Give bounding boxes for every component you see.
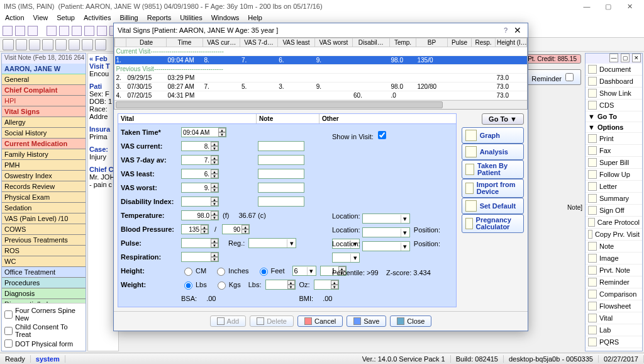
option-care-protocol[interactable]: Care Protocol	[586, 217, 642, 229]
note-field[interactable]	[258, 141, 304, 151]
vas-worst-input[interactable]	[182, 184, 211, 192]
toolbar-icon[interactable]	[97, 26, 107, 36]
menu-help[interactable]: Help	[248, 14, 262, 23]
add-button[interactable]: Add	[210, 316, 247, 327]
nav-vital-signs[interactable]: Vital Signs	[2, 106, 86, 117]
nav-family-history[interactable]: Family History	[2, 149, 86, 160]
grid-header[interactable]: VAS 7-d…	[240, 38, 277, 47]
bp-location-select[interactable]: ▾	[362, 227, 410, 237]
menu-utilities[interactable]: Utilities	[180, 14, 202, 23]
menu-activities[interactable]: Activities	[84, 14, 111, 23]
option-lab[interactable]: Lab	[586, 324, 642, 336]
option-sign-off[interactable]: Sign Off	[586, 205, 642, 217]
grid-row[interactable]: 2.09/29/1503:29 PM73.0	[115, 74, 527, 82]
option-fax[interactable]: Fax	[586, 145, 642, 157]
side-graph-button[interactable]: Graph	[462, 127, 524, 144]
pulse-reg-select[interactable]: ▾	[248, 238, 296, 248]
grid-row[interactable]: 1.09:04 AM8.7.6.9.98.0135/0	[115, 56, 527, 65]
side-set-default-button[interactable]: Set Default	[462, 198, 524, 214]
menu-view[interactable]: View	[33, 14, 48, 23]
save-button[interactable]: Save	[347, 316, 386, 327]
disability-input[interactable]	[182, 198, 211, 206]
horizontal-scrollbar[interactable]	[116, 101, 443, 108]
toolbar-icon[interactable]	[15, 26, 25, 36]
toolbar-icon[interactable]	[3, 26, 13, 36]
toolbar-icon[interactable]	[82, 39, 93, 50]
nav-office-treatment[interactable]: Office Treatment	[2, 267, 86, 278]
option-note[interactable]: Note	[586, 241, 642, 253]
option-copy-prv-visit[interactable]: Copy Prv. Visit	[586, 229, 642, 241]
grid-header[interactable]: Temp.	[390, 38, 416, 47]
vas-least-input[interactable]	[182, 170, 211, 178]
side-taken-by-patient-button[interactable]: Taken By Patient	[462, 160, 524, 179]
close-button[interactable]: Close	[390, 316, 431, 327]
toolbar-icon[interactable]	[16, 39, 27, 50]
form-check[interactable]: DOT Physical form	[4, 339, 83, 348]
window-maximize[interactable]: ▢	[597, 3, 619, 11]
grid-header[interactable]: VAS worst	[315, 38, 352, 47]
nav-oswestry-index[interactable]: Oswestry Index	[2, 171, 86, 181]
side-pregnancy-calculator-button[interactable]: Pregnancy Calculator	[462, 214, 524, 233]
nav-chief-complaint[interactable]: Chief Complaint	[2, 85, 86, 96]
pulse-position-select[interactable]: ▾	[332, 253, 360, 263]
panel-close-icon[interactable]: ✕	[632, 54, 641, 62]
option-super-bill[interactable]: Super Bill	[586, 157, 642, 169]
nav-allergy[interactable]: Allergy	[2, 117, 86, 128]
toolbar-icon[interactable]	[72, 26, 82, 36]
option-show-link[interactable]: Show Link	[586, 88, 642, 100]
nav-physical-exam[interactable]: Physical Exam	[2, 192, 86, 203]
taken-time-input[interactable]	[182, 128, 218, 137]
nav-cows[interactable]: COWS	[2, 224, 86, 235]
weight-lbs-input[interactable]	[266, 281, 287, 289]
delete-button[interactable]: Delete	[250, 316, 294, 327]
temp-location-select[interactable]: ▾	[362, 213, 410, 224]
nav-social-history[interactable]: Social History	[2, 128, 86, 139]
nav-wc[interactable]: WC	[2, 256, 86, 267]
height-feet-radio[interactable]: Feet	[257, 266, 285, 276]
weight-kgs-radio[interactable]: Kgs	[214, 280, 241, 290]
option-dashboard[interactable]: Dashboard	[586, 76, 642, 88]
toolbar-icon[interactable]	[28, 26, 38, 36]
note-field[interactable]	[258, 183, 304, 193]
note-field[interactable]	[258, 169, 304, 179]
pulse-input[interactable]	[182, 239, 211, 247]
bp-diastolic-input[interactable]	[223, 225, 242, 234]
toolbar-icon[interactable]	[84, 26, 94, 36]
toolbar-icon[interactable]	[55, 39, 67, 50]
option-go-to[interactable]: ▼Go To	[586, 111, 642, 122]
option-flowsheet[interactable]: Flowsheet	[586, 300, 642, 312]
grid-header[interactable]: VAS cur…	[203, 38, 240, 47]
option-reminder[interactable]: Reminder	[586, 276, 642, 288]
panel-min-icon[interactable]: —	[609, 54, 618, 62]
option-follow-up[interactable]: Follow Up	[586, 169, 642, 181]
respiration-input[interactable]	[182, 253, 211, 261]
pulse-location-select[interactable]: ▾	[362, 241, 410, 251]
nav-procedures[interactable]: Procedures	[2, 278, 86, 288]
side-import-from-device-button[interactable]: Import from Device	[462, 179, 524, 198]
bp-systolic-input[interactable]	[182, 225, 201, 234]
goto-button[interactable]: Go To ▼	[482, 113, 524, 125]
nav-previous-treatments[interactable]: Previous Treatments	[2, 235, 86, 246]
vas-7day-input[interactable]	[182, 156, 211, 164]
toolbar-icon[interactable]	[59, 26, 69, 36]
option-prvt-note[interactable]: Prvt. Note	[586, 264, 642, 276]
reminder-toggle[interactable]: Reminder	[526, 69, 581, 85]
grid-header[interactable]	[115, 38, 126, 47]
form-check[interactable]: Four Corners Spine New	[4, 306, 83, 322]
vas-current-input[interactable]	[182, 142, 211, 151]
toolbar-icon[interactable]	[3, 39, 14, 50]
toolbar-icon[interactable]	[29, 39, 40, 50]
height-cm-radio[interactable]: CM	[181, 266, 206, 276]
nav-hpi[interactable]: HPI	[2, 96, 86, 106]
window-minimize[interactable]: —	[576, 3, 597, 10]
option-pqrs[interactable]: PQRS	[586, 336, 642, 348]
grid-header[interactable]: VAS least	[277, 38, 314, 47]
menu-windows[interactable]: Windows	[211, 14, 240, 23]
option-comparison[interactable]: Comparison	[586, 288, 642, 300]
toolbar-icon[interactable]	[42, 39, 53, 50]
temperature-input[interactable]	[182, 212, 211, 220]
grid-header[interactable]: BP	[416, 38, 448, 47]
toolbar-icon[interactable]	[69, 39, 80, 50]
toolbar-icon[interactable]	[47, 26, 57, 36]
menu-billing[interactable]: Billing	[119, 14, 138, 23]
